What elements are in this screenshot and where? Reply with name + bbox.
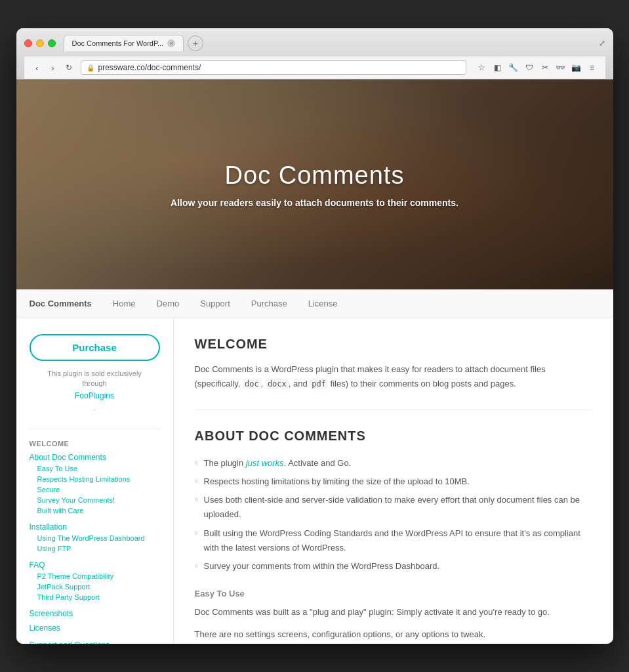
sidebar-toc: WELCOME About Doc Comments Easy To Use R… <box>30 440 160 644</box>
welcome-text-2: , <box>261 379 266 388</box>
sold-text: This plugin is sold exclusively through … <box>30 369 160 413</box>
about-bullet-list: The plugin just works. Activate and Go. … <box>195 454 592 576</box>
bullet-item-5: Survey your comments from within the Wor… <box>195 557 592 576</box>
sidebar-link-licenses[interactable]: Licenses <box>30 622 160 634</box>
code-docx: docx <box>266 379 289 389</box>
nav-item-demo[interactable]: Demo <box>146 289 190 318</box>
sidebar-link-installation[interactable]: Installation <box>30 521 160 533</box>
sidebar-link-support-questions[interactable]: Support and Questions <box>30 639 160 644</box>
sidebar-link-hosting[interactable]: Respects Hosting Limitations <box>30 474 160 484</box>
welcome-text-3: , and <box>289 379 310 388</box>
sidebar-link-ftp[interactable]: Using FTP <box>30 543 160 554</box>
site-nav-brand: Doc Comments <box>30 289 102 318</box>
layers-icon[interactable]: ◧ <box>491 61 504 74</box>
fooplugins-link[interactable]: FooPlugins <box>30 389 160 403</box>
browser-actions: ☆ ◧ 🔧 🛡 ✂ 👓 📷 ≡ <box>476 61 599 74</box>
nav-item-license[interactable]: License <box>298 289 348 318</box>
bullet-item-3: Uses both client-side and server-side va… <box>195 491 592 524</box>
forward-button[interactable]: › <box>47 61 60 74</box>
main-layout: Purchase This plugin is sold exclusively… <box>16 318 613 644</box>
site-nav-items: Home Demo Support Purchase License <box>102 289 348 318</box>
sidebar-link-survey[interactable]: Survey Your Comments! <box>30 495 160 505</box>
refresh-button[interactable]: ↻ <box>62 61 75 74</box>
sidebar: Purchase This plugin is sold exclusively… <box>16 318 174 644</box>
sold-text-line1: This plugin is sold exclusively <box>47 369 142 377</box>
maximize-button[interactable] <box>48 39 56 47</box>
new-tab-button[interactable]: + <box>188 35 203 51</box>
sidebar-link-jetpack[interactable]: JetPack Support <box>30 581 160 592</box>
camera-icon[interactable]: 📷 <box>570 61 583 74</box>
welcome-text-4: files) to their comments on blog posts a… <box>328 379 516 388</box>
browser-window: Doc Comments For WordP... ✕ + ⤢ ‹ › ↻ 🔒 … <box>16 28 613 644</box>
easy-text-1: Doc Comments was built as a "plug and pl… <box>195 605 592 620</box>
expand-icon[interactable]: ⤢ <box>599 39 605 48</box>
sidebar-link-third-party[interactable]: Third Party Support <box>30 592 160 602</box>
scissors-icon[interactable]: ✂ <box>538 61 552 74</box>
easy-to-use-subtitle: Easy To Use <box>195 589 592 598</box>
italic-just-works: just works <box>246 458 284 468</box>
code-pdf: pdf <box>310 379 328 389</box>
bullet-item-2: Respects hosting limitations by limiting… <box>195 472 592 491</box>
tab-close-button[interactable]: ✕ <box>167 39 175 47</box>
sidebar-link-built[interactable]: Built with Care <box>30 505 160 516</box>
shield-icon[interactable]: 🛡 <box>523 61 536 74</box>
sidebar-divider <box>30 429 160 429</box>
sold-period: . <box>93 404 95 411</box>
sidebar-link-wp-dashboard[interactable]: Using The WordPress Dashboard <box>30 533 160 543</box>
hero-title: Doc Comments <box>225 161 405 190</box>
bullet-item-1: The plugin just works. Activate and Go. <box>195 454 592 472</box>
back-button[interactable]: ‹ <box>31 61 44 74</box>
section-divider-1 <box>195 410 592 410</box>
active-tab[interactable]: Doc Comments For WordP... ✕ <box>64 35 184 51</box>
minimize-button[interactable] <box>36 39 44 47</box>
page-content: Doc Comments Allow your readers easily t… <box>16 79 613 644</box>
nav-buttons: ‹ › ↻ <box>31 61 75 74</box>
tab-title: Doc Comments For WordP... <box>72 39 164 47</box>
menu-icon[interactable]: ≡ <box>586 61 599 74</box>
address-bar: ‹ › ↻ 🔒 pressware.co/doc-comments/ ☆ ◧ 🔧… <box>24 56 605 79</box>
glasses-icon[interactable]: 👓 <box>554 61 567 74</box>
main-content: WELCOME Doc Comments is a WordPress plug… <box>174 318 613 644</box>
hero-subtitle: Allow your readers easily to attach docu… <box>171 198 458 208</box>
bookmark-icon[interactable]: ☆ <box>476 61 489 74</box>
welcome-title: WELCOME <box>195 337 592 352</box>
about-title: ABOUT DOC COMMENTS <box>195 429 592 444</box>
code-doc: doc <box>243 379 261 389</box>
sidebar-link-p2[interactable]: P2 Theme Compatibility <box>30 571 160 581</box>
lock-icon: 🔒 <box>87 64 94 72</box>
sold-text-line2: through <box>82 379 106 387</box>
toc-section-welcome-title: WELCOME <box>30 440 160 448</box>
url-bar[interactable]: 🔒 pressware.co/doc-comments/ <box>81 60 466 75</box>
nav-item-purchase[interactable]: Purchase <box>241 289 298 318</box>
hero-banner: Doc Comments Allow your readers easily t… <box>16 79 613 289</box>
sidebar-link-screenshots[interactable]: Screenshots <box>30 608 160 620</box>
welcome-paragraph: Doc Comments is a WordPress plugin that … <box>195 362 592 391</box>
browser-chrome: Doc Comments For WordP... ✕ + ⤢ ‹ › ↻ 🔒 … <box>16 28 613 79</box>
sidebar-link-easy[interactable]: Easy To Use <box>30 463 160 474</box>
sidebar-link-faq[interactable]: FAQ <box>30 559 160 571</box>
close-button[interactable] <box>24 39 32 47</box>
sidebar-link-secure[interactable]: Secure <box>30 484 160 495</box>
tab-bar: Doc Comments For WordP... ✕ + <box>64 35 599 51</box>
nav-item-home[interactable]: Home <box>102 289 146 318</box>
nav-item-support[interactable]: Support <box>190 289 241 318</box>
purchase-button[interactable]: Purchase <box>30 334 160 361</box>
url-text: pressware.co/doc-comments/ <box>98 63 201 72</box>
sidebar-link-about[interactable]: About Doc Comments <box>30 452 160 463</box>
bullet-item-4: Built using the WordPress Coding Standar… <box>195 524 592 557</box>
tools-icon[interactable]: 🔧 <box>507 61 520 74</box>
traffic-lights <box>24 39 56 47</box>
site-nav: Doc Comments Home Demo Support Purchase … <box>16 289 613 318</box>
easy-text-2: There are no settings screens, configura… <box>195 627 592 642</box>
